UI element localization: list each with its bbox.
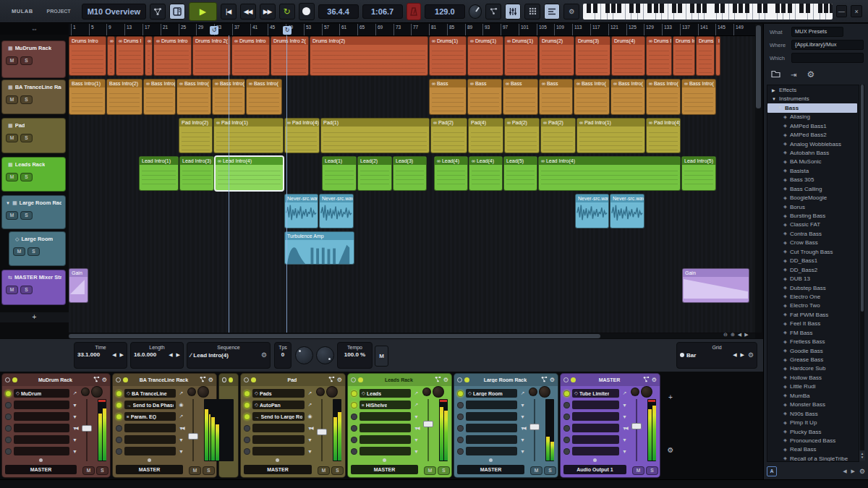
- playhead[interactable]: [229, 35, 229, 333]
- add-track-button[interactable]: +: [0, 312, 69, 322]
- solo-button[interactable]: S: [96, 466, 109, 475]
- slot-action-icon[interactable]: ↗: [178, 414, 184, 419]
- audio-clip[interactable]: Never-src.wav: [284, 194, 318, 228]
- midi-clip[interactable]: ∞ Bass Intro(: [646, 79, 681, 115]
- mute-button[interactable]: M: [13, 247, 25, 256]
- slot-led-icon[interactable]: [351, 448, 357, 455]
- track-header[interactable]: ▦ BA TranceLine Rack M S: [1, 80, 66, 114]
- slot-action-icon[interactable]: ↗: [72, 390, 78, 396]
- slot-action-icon[interactable]: ▼: [621, 414, 628, 419]
- preset-item[interactable]: ◈ Aliasing: [767, 113, 859, 121]
- track-header[interactable]: ▦ MuDrum Rack M S: [1, 40, 66, 78]
- device-slot[interactable]: ▼: [5, 411, 78, 421]
- device-slot[interactable]: ▼: [351, 446, 420, 456]
- slot-led-icon[interactable]: [457, 390, 464, 397]
- slot-led-icon[interactable]: [244, 402, 250, 408]
- scroll-down-icon[interactable]: ▼: [861, 455, 864, 459]
- strip-header[interactable]: Da ⚙: [219, 374, 238, 386]
- tree-item[interactable]: ▼ Instruments: [767, 95, 859, 104]
- project-menu[interactable]: PROJECT: [47, 9, 71, 14]
- slot-led-icon[interactable]: [563, 390, 570, 397]
- jump-to-icon[interactable]: ⇥: [791, 71, 796, 79]
- preset-item[interactable]: ◈ Bass 305: [767, 176, 859, 184]
- preset-item[interactable]: ◈ Goodie Bass: [767, 346, 859, 355]
- preset-item[interactable]: ◈ BA MuSonic: [767, 158, 859, 166]
- timeline-ruler[interactable]: 1591317212529333741454953576165697377818…: [69, 24, 755, 36]
- patch-icon[interactable]: [200, 376, 206, 384]
- slot-action-icon[interactable]: ▼: [621, 449, 628, 454]
- scroll-right-icon[interactable]: ▶: [744, 332, 748, 338]
- playhead[interactable]: [286, 35, 287, 333]
- settings-button[interactable]: ⚙: [563, 4, 579, 20]
- midi-clip[interactable]: Drums(4): [611, 36, 645, 76]
- strip-output[interactable]: MASTER: [5, 465, 77, 474]
- strip-gear-icon[interactable]: ⚙: [550, 377, 555, 383]
- device-slot[interactable]: ▼: [5, 423, 78, 433]
- preset-item[interactable]: ◈ Real Bass: [767, 445, 859, 454]
- mute-button[interactable]: M: [6, 211, 18, 220]
- browser-scrollbar[interactable]: [860, 85, 864, 450]
- midi-clip[interactable]: ∞ Bass Intro(: [143, 79, 176, 115]
- device-slot[interactable]: ▼: [351, 411, 420, 421]
- arrangement-area[interactable]: 1591317212529333741454953576165697377818…: [69, 24, 755, 333]
- strip-output[interactable]: MASTER: [457, 465, 524, 474]
- slot-action-icon[interactable]: ▼: [519, 449, 526, 454]
- preset-item[interactable]: ◈ Fretless Bass: [767, 337, 859, 346]
- strip-gear-icon[interactable]: ⚙: [652, 377, 657, 383]
- tps-value[interactable]: 0: [281, 351, 284, 358]
- strip-active-led-icon[interactable]: [571, 377, 576, 382]
- slot-led-icon[interactable]: [116, 425, 122, 432]
- increment-icon[interactable]: ▶: [741, 352, 744, 358]
- midi-clip[interactable]: ∞ Drums Intro: [153, 36, 192, 76]
- device-slot[interactable]: ▼: [351, 423, 420, 433]
- slot-led-icon[interactable]: [563, 448, 570, 455]
- preset-item[interactable]: ◈ AMPed Bass2: [767, 130, 859, 139]
- mute-button[interactable]: M: [424, 466, 436, 475]
- preset-item[interactable]: ◈ Hardcore Sub: [767, 364, 859, 373]
- grid-gear-icon[interactable]: ⚙: [748, 351, 754, 359]
- midi-clip[interactable]: ∞ Bass Intro(: [610, 79, 645, 115]
- slot-action-icon[interactable]: ▼: [413, 414, 420, 419]
- preset-item[interactable]: ◈ DD_Bass2: [767, 265, 859, 274]
- slot-led-icon[interactable]: [457, 437, 464, 443]
- track-header[interactable]: ▦ Leads Rack M S: [1, 157, 66, 192]
- device-slot[interactable]: ▼: [5, 446, 78, 456]
- preset-item[interactable]: ◈ Contra Bass: [767, 229, 859, 238]
- midi-clip[interactable]: Lead Intro(5): [681, 156, 716, 191]
- midi-clip[interactable]: Lead Intro(3): [179, 156, 214, 191]
- slot-led-icon[interactable]: [563, 414, 570, 420]
- midi-clip[interactable]: I: [715, 36, 720, 76]
- slot-led-icon[interactable]: [351, 402, 357, 408]
- strip-header[interactable]: MuDrum Rack ⚙: [2, 374, 110, 386]
- device-slot[interactable]: ◇ MuDrum ↗: [5, 388, 78, 398]
- decrement-icon[interactable]: ◀: [112, 352, 116, 358]
- automation-clip[interactable]: Turbulence Amp: [284, 231, 354, 265]
- midi-clip[interactable]: ∞ Bass: [503, 79, 538, 115]
- strip-link-dot[interactable]: [148, 458, 151, 462]
- track-header[interactable]: ◇ Large Room M S: [9, 231, 66, 266]
- midi-clip[interactable]: ∞ Pad Intro(1): [213, 118, 284, 153]
- preset-item[interactable]: ◈ DD_Bass1: [767, 257, 859, 265]
- loop-marker-icon[interactable]: ↻: [283, 26, 292, 35]
- device-slot[interactable]: ≡ Param. EQ ↗: [116, 411, 184, 421]
- gain-knob[interactable]: [641, 386, 652, 398]
- device-slot[interactable]: ◇ BA TranceLine ↗: [116, 388, 184, 398]
- browser-gear-icon[interactable]: ⚙: [807, 69, 814, 80]
- strip-active-led-icon[interactable]: [229, 377, 233, 382]
- song-position-display[interactable]: 36.4.4: [318, 4, 359, 19]
- slot-action-icon[interactable]: ▼: [621, 403, 628, 408]
- mute-button[interactable]: M: [6, 286, 18, 294]
- preset-item[interactable]: ◈ Crow Bass: [767, 239, 859, 247]
- volume-fader[interactable]: [187, 399, 199, 461]
- device-slot[interactable]: ◇ Tube Limiter ↗: [563, 388, 628, 398]
- track-header[interactable]: ▦ Pad M S: [1, 118, 66, 153]
- strip-power-icon[interactable]: [457, 377, 462, 382]
- slot-action-icon[interactable]: ▼: [413, 437, 420, 442]
- preset-item[interactable]: ◈ Plucky Bass: [767, 427, 859, 436]
- browser-toggle-button[interactable]: [544, 4, 560, 20]
- midi-clip[interactable]: Lead(3): [393, 156, 427, 191]
- slot-led-icon[interactable]: [563, 437, 570, 443]
- slot-action-icon[interactable]: ↗: [178, 390, 184, 396]
- midi-clip[interactable]: Lead(5): [503, 156, 537, 191]
- prev-preset-icon[interactable]: ◀: [843, 468, 846, 474]
